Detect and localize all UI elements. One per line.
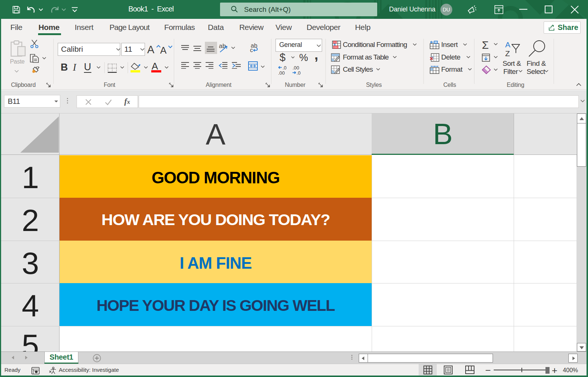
svg-text:.00: .00 (278, 70, 285, 75)
svg-text:.00: .00 (293, 65, 299, 71)
svg-text:.0: .0 (297, 70, 301, 75)
svg-text:.0: .0 (283, 65, 287, 71)
svg-text:c: c (250, 47, 253, 53)
svg-text:Z: Z (505, 49, 510, 58)
svg-text:A: A (505, 40, 510, 49)
